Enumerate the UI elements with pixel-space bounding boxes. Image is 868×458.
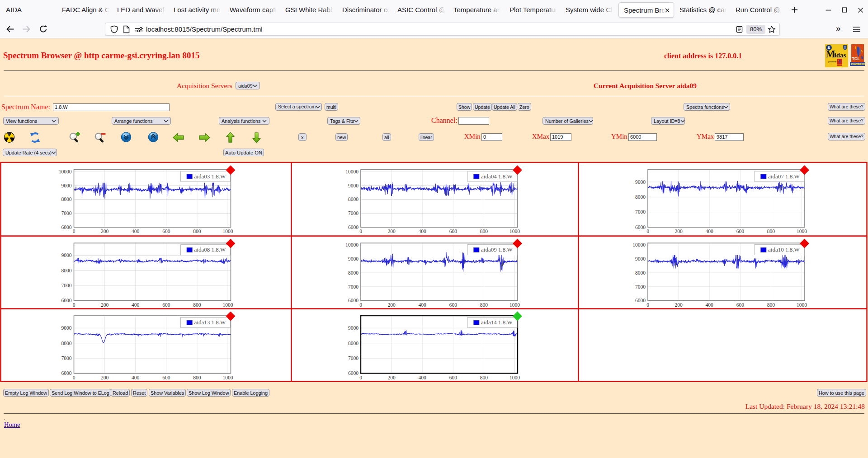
svg-text:400: 400 (706, 229, 714, 234)
svg-text:1000: 1000 (223, 375, 233, 380)
svg-text:6000: 6000 (635, 298, 646, 303)
svg-text:600: 600 (449, 302, 458, 308)
svg-text:aida10 1.8.W: aida10 1.8.W (768, 246, 800, 253)
svg-text:0: 0 (73, 375, 75, 380)
svg-text:7000: 7000 (348, 210, 359, 216)
svg-text:6000: 6000 (348, 224, 359, 230)
svg-text:9000: 9000 (348, 256, 359, 262)
svg-text:0: 0 (646, 229, 649, 234)
svg-text:0: 0 (359, 375, 362, 380)
svg-text:7000: 7000 (61, 210, 72, 216)
svg-text:400: 400 (706, 302, 714, 308)
svg-text:400: 400 (132, 229, 140, 234)
svg-text:600: 600 (736, 229, 745, 234)
svg-text:7000: 7000 (635, 284, 646, 290)
svg-text:9000: 9000 (348, 325, 359, 331)
svg-text:800: 800 (767, 302, 775, 308)
svg-text:0: 0 (646, 302, 649, 308)
svg-text:200: 200 (101, 375, 109, 380)
svg-text:600: 600 (449, 229, 458, 234)
svg-text:10000: 10000 (632, 242, 646, 248)
svg-text:8000: 8000 (348, 270, 359, 276)
svg-text:600: 600 (736, 302, 745, 308)
svg-text:6000: 6000 (61, 298, 72, 303)
svg-text:800: 800 (193, 302, 201, 308)
svg-text:9000: 9000 (635, 256, 646, 262)
svg-text:8000: 8000 (61, 196, 72, 202)
svg-text:400: 400 (132, 302, 140, 308)
svg-text:6000: 6000 (348, 298, 359, 303)
svg-text:600: 600 (162, 302, 170, 308)
svg-text:200: 200 (101, 302, 109, 308)
svg-text:aida14 1.8.W: aida14 1.8.W (481, 319, 513, 326)
svg-text:10000: 10000 (345, 169, 359, 174)
svg-text:600: 600 (162, 375, 170, 380)
svg-text:800: 800 (480, 302, 488, 308)
svg-text:200: 200 (387, 375, 396, 380)
svg-text:800: 800 (193, 229, 201, 234)
svg-text:aida07 1.8.W: aida07 1.8.W (768, 173, 800, 180)
svg-text:9000: 9000 (348, 183, 359, 188)
svg-text:aida09 1.8.W: aida09 1.8.W (481, 246, 513, 253)
svg-text:200: 200 (387, 302, 396, 308)
svg-text:10000: 10000 (345, 242, 359, 248)
svg-text:1000: 1000 (509, 302, 520, 308)
svg-text:TCL: TCL (852, 56, 860, 61)
svg-text:800: 800 (480, 229, 488, 234)
svg-text:aida03 1.8.W: aida03 1.8.W (194, 173, 226, 180)
svg-text:1000: 1000 (509, 375, 520, 380)
svg-text:0: 0 (359, 229, 362, 234)
svg-text:aida08 1.8.W: aida08 1.8.W (194, 246, 226, 253)
svg-text:6000: 6000 (61, 224, 72, 230)
svg-text:6000: 6000 (635, 224, 646, 230)
svg-text:800: 800 (767, 229, 775, 234)
svg-text:800: 800 (480, 375, 488, 380)
svg-text:200: 200 (387, 229, 396, 234)
svg-text:8000: 8000 (635, 194, 646, 200)
svg-text:1000: 1000 (223, 229, 233, 234)
svg-text:7000: 7000 (61, 283, 72, 288)
svg-text:1000: 1000 (509, 229, 520, 234)
svg-text:600: 600 (162, 229, 170, 234)
svg-text:POWERED: POWERED (837, 64, 844, 66)
svg-text:10000: 10000 (59, 169, 72, 174)
svg-text:800: 800 (193, 375, 201, 380)
svg-text:400: 400 (419, 302, 427, 308)
svg-text:8000: 8000 (635, 270, 646, 276)
svg-text:9000: 9000 (635, 179, 646, 185)
svg-text:6000: 6000 (348, 370, 359, 376)
svg-text:1000: 1000 (797, 302, 807, 308)
svg-text:600: 600 (449, 375, 458, 380)
svg-text:200: 200 (675, 302, 683, 308)
svg-text:400: 400 (419, 375, 427, 380)
svg-text:8000: 8000 (61, 268, 72, 273)
svg-text:POWERED: POWERED (851, 63, 866, 65)
svg-text:1000: 1000 (797, 229, 807, 234)
svg-text:7000: 7000 (348, 284, 359, 290)
svg-text:9000: 9000 (61, 252, 72, 258)
svg-text:0: 0 (73, 229, 75, 234)
svg-text:7000: 7000 (61, 355, 72, 361)
svg-text:7000: 7000 (348, 355, 359, 361)
svg-text:aida04 1.8.W: aida04 1.8.W (481, 173, 513, 180)
svg-text:400: 400 (419, 229, 427, 234)
svg-text:idas: idas (835, 51, 846, 59)
svg-text:7000: 7000 (635, 209, 646, 215)
svg-text:aida13 1.8.W: aida13 1.8.W (194, 319, 226, 326)
svg-text:8000: 8000 (348, 341, 359, 346)
svg-text:400: 400 (132, 375, 140, 380)
svg-text:9000: 9000 (61, 183, 72, 188)
svg-text:0: 0 (73, 302, 75, 308)
svg-text:200: 200 (101, 229, 109, 234)
svg-text:8000: 8000 (348, 196, 359, 202)
svg-text:200: 200 (675, 229, 683, 234)
svg-text:9000: 9000 (61, 325, 72, 331)
svg-text:8000: 8000 (61, 341, 72, 346)
svg-text:6000: 6000 (61, 370, 72, 376)
svg-text:1000: 1000 (223, 302, 233, 308)
svg-text:0: 0 (359, 302, 362, 308)
